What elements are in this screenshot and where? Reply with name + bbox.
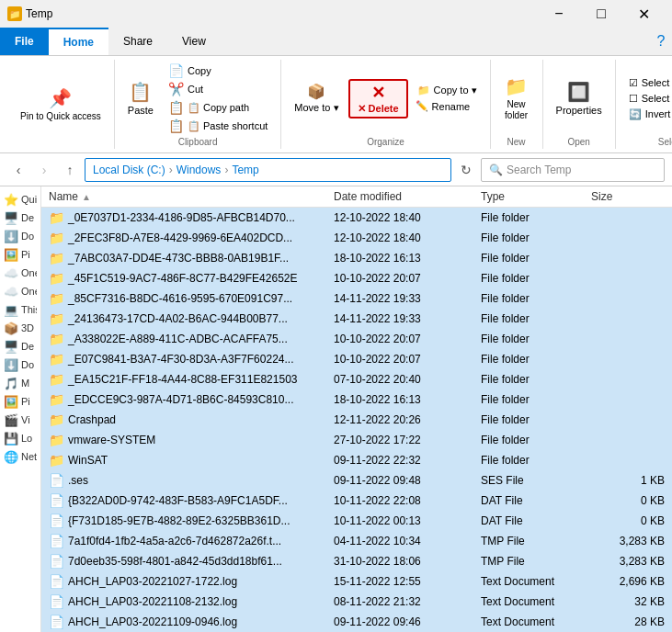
window-title: Temp	[26, 7, 52, 20]
file-icon: 📁	[49, 453, 64, 468]
table-row[interactable]: 📁 _85CF7316-B8DC-4616-9595-670E091C97...…	[41, 288, 672, 309]
up-button[interactable]: ↑	[59, 159, 81, 181]
col-name[interactable]: Name ▲	[49, 190, 334, 203]
file-name-cell: 📁 _24136473-17CD-4A02-B6AC-944B00B77...	[49, 311, 334, 326]
address-part-windows[interactable]: Windows	[177, 164, 222, 176]
refresh-button[interactable]: ↻	[455, 159, 477, 181]
col-size[interactable]: Size	[591, 190, 665, 203]
cut-button[interactable]: ✂️ Cut	[163, 80, 273, 98]
table-row[interactable]: 📁 _E07C9841-B3A7-4F30-8D3A-A3F7F60224...…	[41, 349, 672, 369]
sidebar-icon: 💻	[4, 303, 18, 317]
sidebar-item[interactable]: ☁️One	[0, 282, 40, 300]
help-button[interactable]: ?	[650, 28, 672, 55]
move-to-icon: 📦	[307, 83, 325, 100]
table-row[interactable]: 📄 .ses 09-11-2022 09:48 SES File 1 KB	[41, 470, 672, 491]
properties-button[interactable]: 🔲 Properties	[551, 79, 608, 118]
sidebar-item[interactable]: 🖥️De	[0, 337, 40, 356]
minimize-button[interactable]: −	[538, 0, 580, 28]
tab-share[interactable]: Share	[108, 28, 167, 55]
sidebar-item[interactable]: ⬇️Do	[0, 356, 40, 374]
paste-shortcut-button[interactable]: 📋 📋 Paste shortcut	[163, 117, 273, 135]
cut-icon: ✂️	[168, 82, 184, 96]
invert-selection-button[interactable]: 🔄 Invert selection	[623, 107, 672, 122]
tab-view[interactable]: View	[167, 28, 221, 55]
invert-selection-icon: 🔄	[629, 108, 642, 120]
sidebar-item[interactable]: ⭐Quic	[0, 190, 40, 209]
file-name-cell: 📁 Crashpad	[49, 412, 334, 427]
close-button[interactable]: ✕	[622, 0, 665, 28]
table-row[interactable]: 📁 Crashpad 12-11-2022 20:26 File folder	[41, 410, 672, 430]
file-size-cell: 2,696 KB	[591, 575, 665, 588]
delete-button[interactable]: ✕ ✕ Delete	[348, 79, 408, 118]
sidebar-item[interactable]: 🎵M	[0, 374, 40, 392]
select-none-button[interactable]: ☐ Select none	[623, 91, 672, 107]
address-bar[interactable]: Local Disk (C:) › Windows › Temp	[85, 158, 451, 182]
file-name: AHCH_LAP03-20221027-1722.log	[68, 575, 237, 588]
table-row[interactable]: 📄 7a1f0fd4-1fb2-4a5a-a2c6-7d462872a26f.t…	[41, 531, 672, 551]
sidebar-item[interactable]: 🖼️Pi	[0, 245, 40, 264]
table-row[interactable]: 📄 AHCH_LAP03-20221108-2132.log 08-11-202…	[41, 592, 672, 612]
file-modified-cell: 31-10-2022 18:06	[334, 555, 481, 568]
file-size-cell: 3,283 KB	[591, 555, 665, 568]
pin-quick-access-button[interactable]: 📌 Pin to Quick access	[15, 85, 107, 124]
table-row[interactable]: 📁 _7ABC03A7-DD4E-473C-BBB8-0AB19B1F... 1…	[41, 248, 672, 268]
file-icon: 📄	[49, 473, 64, 488]
new-folder-button[interactable]: 📁 Newfolder	[498, 73, 535, 123]
sidebar-item[interactable]: 📦3D	[0, 319, 40, 337]
file-modified-cell: 18-10-2022 16:13	[334, 393, 481, 406]
file-type-cell: Text Document	[481, 615, 591, 628]
table-row[interactable]: 📁 _2FEC3F8D-A7E8-4429-9969-6EA402DCD... …	[41, 228, 672, 248]
sidebar-item[interactable]: 🖼️Pi	[0, 392, 40, 411]
address-part-c[interactable]: Local Disk (C:)	[93, 164, 165, 176]
select-group: ☑ Select all ☐ Select none 🔄 Invert sele…	[616, 60, 672, 149]
copy-to-button[interactable]: 📁 Copy to ▾	[412, 83, 483, 98]
table-row[interactable]: 📄 {B322AD0D-9742-483F-B583-A9FC1A5DF... …	[41, 491, 672, 511]
col-size-label: Size	[591, 190, 612, 203]
new-folder-icon: 📁	[505, 75, 528, 97]
move-to-button[interactable]: 📦 Move to ▾	[289, 79, 344, 118]
col-type[interactable]: Type	[481, 190, 591, 203]
tab-home[interactable]: Home	[49, 28, 108, 55]
table-row[interactable]: 📁 vmware-SYSTEM 27-10-2022 17:22 File fo…	[41, 430, 672, 450]
table-row[interactable]: 📁 _A338022E-A889-411C-ADBC-ACAFFA75... 1…	[41, 329, 672, 349]
table-row[interactable]: 📄 AHCH_LAP03-20221027-1722.log 15-11-202…	[41, 571, 672, 592]
table-row[interactable]: 📁 _45F1C519-9AC7-486F-8C77-B429FE42652E …	[41, 268, 672, 288]
address-part-temp[interactable]: Temp	[232, 164, 258, 176]
sidebar-label: M	[21, 378, 29, 389]
sidebar-item[interactable]: 💾Lo	[0, 429, 40, 447]
maximize-button[interactable]: □	[580, 0, 622, 28]
col-modified[interactable]: Date modified	[334, 190, 481, 203]
table-row[interactable]: 📄 AHCH_LAP03-20221109-0946.log 09-11-202…	[41, 612, 672, 632]
open-group: 🔲 Properties Open	[543, 60, 616, 149]
file-size-cell: 28 KB	[591, 615, 665, 628]
tab-file[interactable]: File	[0, 28, 49, 55]
paste-button[interactable]: 📋 Paste	[122, 79, 159, 118]
rename-button[interactable]: ✏️ Rename	[412, 98, 483, 114]
sidebar-item[interactable]: 💻This	[0, 300, 40, 319]
file-pane[interactable]: Name ▲ Date modified Type Size 📁 _0E7037…	[41, 186, 672, 632]
table-row[interactable]: 📁 _EA15C21F-FF18-4A44-8C88-EF311E821503 …	[41, 369, 672, 389]
sidebar-item[interactable]: ☁️One	[0, 264, 40, 282]
copy-button[interactable]: 📄 Copy	[163, 62, 273, 80]
sidebar-icon: ⭐	[4, 193, 18, 207]
sidebar-item[interactable]: 🎬Vi	[0, 411, 40, 429]
file-name-cell: 📁 _EDCCE9C3-987A-4D71-8B6C-84593C810...	[49, 392, 334, 407]
col-modified-label: Date modified	[334, 190, 402, 203]
table-row[interactable]: 📄 {F731D185-9E7B-4882-89E2-6325BB361D...…	[41, 511, 672, 531]
table-row[interactable]: 📁 WinSAT 09-11-2022 22:32 File folder	[41, 450, 672, 470]
sidebar-item[interactable]: 🖥️De	[0, 209, 40, 227]
back-button[interactable]: ‹	[7, 159, 29, 181]
select-all-button[interactable]: ☑ Select all	[623, 75, 672, 91]
table-row[interactable]: 📁 _0E7037D1-2334-4186-9D85-AFBCB14D70...…	[41, 208, 672, 228]
file-modified-cell: 09-11-2022 09:48	[334, 474, 481, 487]
file-type-cell: TMP File	[481, 535, 591, 547]
table-row[interactable]: 📄 7d0eeb35-598f-4801-a842-45d3dd18bf61..…	[41, 551, 672, 571]
copy-path-button[interactable]: 📋 📋 Copy path	[163, 98, 273, 117]
forward-button[interactable]: ›	[33, 159, 55, 181]
file-name-cell: 📄 7a1f0fd4-1fb2-4a5a-a2c6-7d462872a26f.t…	[49, 534, 334, 548]
sidebar-item[interactable]: 🌐Net	[0, 447, 40, 466]
search-box[interactable]: 🔍 Search Temp	[481, 158, 665, 182]
table-row[interactable]: 📁 _EDCCE9C3-987A-4D71-8B6C-84593C810... …	[41, 389, 672, 410]
table-row[interactable]: 📁 _24136473-17CD-4A02-B6AC-944B00B77... …	[41, 309, 672, 329]
sidebar-item[interactable]: ⬇️Do	[0, 227, 40, 245]
